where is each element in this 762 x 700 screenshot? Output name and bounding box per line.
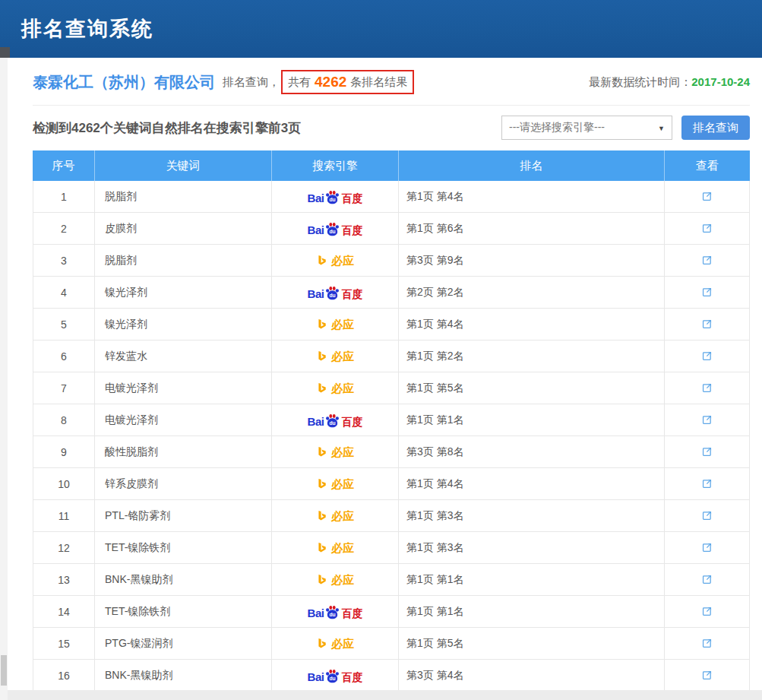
- view-external-link-icon[interactable]: [700, 541, 713, 554]
- bing-logo-cn: 必应: [331, 478, 354, 489]
- table-row: 16 BNK-黑镍助剂 Bai du 百度 第3页 第4名: [33, 660, 749, 692]
- table-row: 7 电镀光泽剂 必应 第1页 第5名: [33, 372, 749, 404]
- row-engine: Bai du 百度: [272, 596, 399, 627]
- baidu-logo: Bai du 百度: [308, 605, 363, 619]
- app-header: 排名查询系统: [0, 0, 762, 58]
- row-rank: 第1页 第3名: [399, 532, 665, 563]
- view-external-link-icon[interactable]: [700, 190, 713, 203]
- query-label: 排名查询，: [223, 75, 280, 90]
- view-external-link-icon[interactable]: [700, 477, 713, 490]
- baidu-logo-cn: 百度: [341, 289, 362, 299]
- baidu-logo-du: du: [330, 197, 336, 202]
- view-external-link-icon[interactable]: [700, 637, 713, 650]
- page: 排名查询系统 泰霖化工（苏州）有限公司 排名查询， 共有 4262 条排名结果 …: [0, 0, 762, 700]
- row-engine: Bai du 百度: [272, 277, 399, 308]
- baidu-logo-du: du: [330, 229, 336, 234]
- baidu-logo-bai: Bai: [308, 416, 324, 427]
- bing-b-icon: [316, 255, 328, 267]
- baidu-logo-bai: Bai: [308, 224, 324, 236]
- baidu-logo-cn: 百度: [341, 672, 362, 683]
- view-external-link-icon[interactable]: [700, 445, 713, 458]
- engine-select[interactable]: ---请选择搜索引擎--- ▼: [501, 116, 672, 140]
- row-view: [665, 596, 749, 627]
- view-external-link-icon[interactable]: [700, 318, 713, 331]
- bing-logo: 必应: [316, 446, 354, 458]
- table-body: 1 脱脂剂 Bai du 百度 第1页 第4名 2 皮膜剂: [33, 181, 750, 692]
- chevron-down-icon: ▼: [658, 125, 665, 132]
- view-external-link-icon[interactable]: [700, 350, 713, 363]
- row-view: [665, 245, 749, 276]
- view-external-link-icon[interactable]: [700, 382, 713, 394]
- view-external-link-icon[interactable]: [700, 254, 713, 267]
- bing-b-icon: [316, 350, 328, 363]
- row-keyword: 酸性脱脂剂: [95, 436, 272, 467]
- view-external-link-icon[interactable]: [700, 573, 713, 586]
- baidu-paw-icon: du: [324, 190, 340, 204]
- row-rank: 第1页 第4名: [399, 181, 665, 212]
- view-external-link-icon[interactable]: [700, 286, 713, 299]
- row-engine: Bai du 百度: [272, 181, 399, 212]
- table-row: 3 脱脂剂 必应 第3页 第9名: [33, 245, 749, 277]
- table-row: 10 锌系皮膜剂 必应 第1页 第4名: [33, 468, 749, 500]
- bing-b-icon: [316, 542, 328, 554]
- table-row: 12 TET-镍除铁剂 必应 第1页 第3名: [33, 532, 749, 564]
- section-heading: 检测到4262个关键词自然排名在搜索引擎前3页: [33, 119, 301, 137]
- row-engine: 必应: [272, 564, 399, 595]
- bing-logo: 必应: [316, 255, 354, 267]
- stats-label: 最新数据统计时间：: [589, 75, 691, 88]
- row-engine: Bai du 百度: [272, 404, 399, 436]
- row-view: [665, 213, 749, 244]
- bing-logo: 必应: [316, 382, 354, 394]
- stats-date: 2017-10-24: [691, 75, 750, 88]
- row-view: [665, 277, 749, 308]
- row-engine: 必应: [272, 245, 399, 276]
- bing-logo-cn: 必应: [331, 542, 354, 553]
- bing-logo: 必应: [316, 318, 354, 331]
- rank-table: 序号 关键词 搜索引擎 排名 查看 1 脱脂剂 Bai du 百度 第1页 第4…: [33, 150, 750, 692]
- baidu-logo-cn: 百度: [341, 225, 362, 236]
- row-engine: 必应: [272, 372, 399, 404]
- table-row: 14 TET-镍除铁剂 Bai du 百度 第1页 第1名: [33, 596, 749, 628]
- row-engine: 必应: [272, 309, 399, 340]
- rank-query-button[interactable]: 排名查询: [681, 116, 750, 140]
- baidu-paw-icon: du: [324, 605, 340, 619]
- bing-logo-cn: 必应: [331, 255, 354, 266]
- bing-logo-cn: 必应: [331, 510, 354, 521]
- content-area: 泰霖化工（苏州）有限公司 排名查询， 共有 4262 条排名结果 最新数据统计时…: [8, 58, 762, 700]
- left-scrollbar-track[interactable]: [0, 58, 8, 700]
- row-keyword: 电镀光泽剂: [95, 372, 272, 404]
- row-no: 16: [33, 660, 95, 691]
- view-external-link-icon[interactable]: [700, 669, 713, 682]
- bing-b-icon: [316, 478, 328, 490]
- view-external-link-icon[interactable]: [700, 413, 713, 426]
- view-external-link-icon[interactable]: [700, 509, 713, 522]
- row-engine: 必应: [272, 532, 399, 563]
- left-scrollbar-thumb[interactable]: [1, 655, 7, 686]
- row-rank: 第1页 第1名: [399, 404, 665, 436]
- baidu-paw-icon: du: [324, 669, 340, 683]
- row-keyword: BNK-黑镍助剂: [95, 660, 272, 691]
- subheader: 泰霖化工（苏州）有限公司 排名查询， 共有 4262 条排名结果 最新数据统计时…: [33, 58, 750, 106]
- row-no: 6: [33, 340, 95, 372]
- toolbar: 检测到4262个关键词自然排名在搜索引擎前3页 ---请选择搜索引擎--- ▼ …: [33, 115, 750, 141]
- row-view: [665, 500, 749, 531]
- table-row: 8 电镀光泽剂 Bai du 百度 第1页 第1名: [33, 404, 749, 436]
- row-rank: 第1页 第4名: [399, 468, 665, 499]
- row-view: [665, 181, 749, 212]
- row-rank: 第1页 第5名: [399, 628, 665, 659]
- row-no: 2: [33, 213, 95, 244]
- row-no: 4: [33, 277, 95, 308]
- row-keyword: PTL-铬防雾剂: [95, 500, 272, 531]
- bing-logo-cn: 必应: [331, 382, 354, 394]
- row-no: 15: [33, 628, 95, 659]
- baidu-logo: Bai du 百度: [308, 669, 363, 683]
- row-keyword: 镍光泽剂: [95, 309, 272, 340]
- bottom-page-strip: [0, 690, 762, 700]
- view-external-link-icon[interactable]: [700, 605, 713, 618]
- row-engine: Bai du 百度: [272, 213, 399, 244]
- baidu-logo-du: du: [330, 676, 336, 681]
- table-row: 15 PTG-镍湿润剂 必应 第1页 第5名: [33, 628, 749, 660]
- bing-logo-cn: 必应: [331, 446, 354, 458]
- baidu-logo-bai: Bai: [308, 607, 324, 619]
- view-external-link-icon[interactable]: [700, 222, 713, 235]
